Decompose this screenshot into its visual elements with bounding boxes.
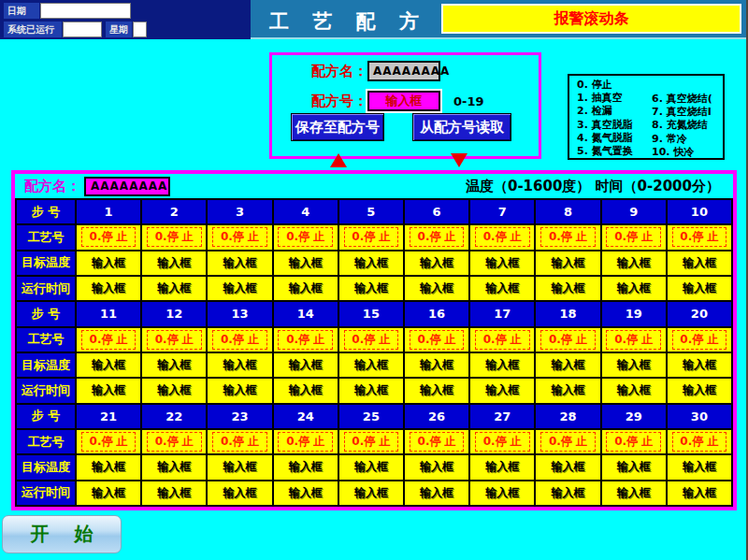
- target-temperature-input[interactable]: 输入框: [274, 455, 338, 479]
- process-code-input[interactable]: 0.停 止: [470, 430, 534, 453]
- process-code-input[interactable]: 0.停 止: [536, 328, 599, 352]
- process-code-input[interactable]: 0.停 止: [142, 225, 206, 249]
- table-recipe-name-input[interactable]: AAAAAAAA: [84, 177, 170, 196]
- target-temperature-input[interactable]: 输入框: [536, 251, 599, 275]
- process-code-input[interactable]: 0.停 止: [602, 328, 666, 352]
- target-temperature-input[interactable]: 输入框: [142, 251, 206, 275]
- run-time-input[interactable]: 输入框: [142, 379, 206, 402]
- process-code-input[interactable]: 0.停 止: [208, 225, 271, 249]
- run-time-input[interactable]: 输入框: [536, 481, 599, 505]
- run-time-input[interactable]: 输入框: [470, 277, 534, 300]
- target-temperature-input[interactable]: 输入框: [536, 353, 599, 377]
- run-time-input[interactable]: 输入框: [77, 379, 140, 402]
- target-temperature-input[interactable]: 输入框: [536, 455, 599, 479]
- run-time-input[interactable]: 输入框: [208, 481, 271, 505]
- process-code-input[interactable]: 0.停 止: [668, 328, 731, 352]
- run-time-input[interactable]: 输入框: [470, 481, 534, 505]
- run-time-input[interactable]: 输入框: [339, 481, 403, 505]
- run-time-input[interactable]: 输入框: [668, 481, 731, 505]
- run-time-input[interactable]: 输入框: [470, 379, 534, 402]
- run-time-input[interactable]: 输入框: [339, 277, 403, 300]
- process-code-input[interactable]: 0.停 止: [274, 430, 338, 453]
- process-code-input[interactable]: 0.停 止: [77, 430, 140, 453]
- process-code-input[interactable]: 0.停 止: [339, 328, 403, 352]
- load-from-recipe-button[interactable]: 从配方号读取: [412, 113, 511, 141]
- run-time-input[interactable]: 输入框: [405, 481, 468, 505]
- target-temperature-input[interactable]: 输入框: [77, 353, 140, 377]
- recipe-number-input[interactable]: 输入框: [367, 91, 440, 111]
- target-temperature-input[interactable]: 输入框: [208, 353, 271, 377]
- process-code-input[interactable]: 0.停 止: [405, 328, 468, 352]
- process-code-input[interactable]: 0.停 止: [339, 225, 403, 249]
- process-code-input[interactable]: 0.停 止: [602, 225, 666, 249]
- target-temperature-input[interactable]: 输入框: [602, 353, 666, 377]
- run-time-input[interactable]: 输入框: [274, 481, 338, 505]
- run-time-input[interactable]: 输入框: [405, 379, 468, 402]
- run-time-input[interactable]: 输入框: [536, 277, 599, 300]
- process-code-input[interactable]: 0.停 止: [470, 225, 534, 249]
- process-code-input[interactable]: 0.停 止: [208, 430, 271, 453]
- process-code-input[interactable]: 0.停 止: [274, 328, 338, 352]
- run-time-input[interactable]: 输入框: [274, 379, 338, 402]
- process-code-value: 0.停 止: [212, 227, 267, 247]
- target-temperature-input[interactable]: 输入框: [668, 251, 731, 275]
- target-temperature-input[interactable]: 输入框: [602, 455, 666, 479]
- run-time-input[interactable]: 输入框: [339, 379, 403, 402]
- target-temperature-input[interactable]: 输入框: [405, 455, 468, 479]
- target-temperature-input[interactable]: 输入框: [470, 353, 534, 377]
- run-time-input[interactable]: 输入框: [536, 379, 599, 402]
- process-code-input[interactable]: 0.停 止: [470, 328, 534, 352]
- target-temperature-input[interactable]: 输入框: [405, 353, 468, 377]
- process-code-input[interactable]: 0.停 止: [142, 328, 206, 352]
- target-temperature-input[interactable]: 输入框: [339, 455, 403, 479]
- run-time-input[interactable]: 输入框: [208, 277, 271, 300]
- process-code-input[interactable]: 0.停 止: [77, 328, 140, 352]
- run-time-input[interactable]: 输入框: [274, 277, 338, 300]
- target-temperature-input[interactable]: 输入框: [142, 455, 206, 479]
- target-temperature-input[interactable]: 输入框: [208, 455, 271, 479]
- target-temperature-input[interactable]: 输入框: [602, 251, 666, 275]
- process-code-value: 0.停 止: [540, 432, 596, 452]
- process-code-input[interactable]: 0.停 止: [405, 225, 468, 249]
- process-code-input[interactable]: 0.停 止: [339, 430, 403, 453]
- target-temperature-input[interactable]: 输入框: [77, 455, 140, 479]
- run-time-input[interactable]: 输入框: [405, 277, 468, 300]
- run-time-input[interactable]: 输入框: [668, 379, 731, 402]
- target-temperature-input[interactable]: 输入框: [339, 251, 403, 275]
- process-code-input[interactable]: 0.停 止: [602, 430, 666, 453]
- target-temperature-input[interactable]: 输入框: [470, 251, 534, 275]
- target-temperature-input[interactable]: 输入框: [142, 353, 206, 377]
- save-to-recipe-button[interactable]: 保存至配方号: [291, 113, 384, 141]
- run-time-input[interactable]: 输入框: [77, 277, 140, 300]
- run-time-input[interactable]: 输入框: [142, 277, 206, 300]
- process-code-input[interactable]: 0.停 止: [536, 430, 599, 453]
- run-time-input[interactable]: 输入框: [142, 481, 206, 505]
- process-code-input[interactable]: 0.停 止: [668, 225, 731, 249]
- recipe-name-input[interactable]: AAAAAAAA: [367, 61, 440, 81]
- date-value-field: [40, 3, 131, 19]
- target-temperature-input[interactable]: 输入框: [668, 455, 731, 479]
- process-code-input[interactable]: 0.停 止: [274, 225, 338, 249]
- start-button[interactable]: 开 始: [2, 515, 122, 553]
- process-code-input[interactable]: 0.停 止: [405, 430, 468, 453]
- target-temperature-input[interactable]: 输入框: [405, 251, 468, 275]
- target-temperature-input[interactable]: 输入框: [274, 353, 338, 377]
- process-code-input[interactable]: 0.停 止: [668, 430, 731, 453]
- target-temperature-input[interactable]: 输入框: [470, 455, 534, 479]
- run-time-input[interactable]: 输入框: [668, 277, 731, 300]
- target-temperature-input[interactable]: 输入框: [274, 251, 338, 275]
- run-time-input[interactable]: 输入框: [77, 481, 140, 505]
- target-temperature-input[interactable]: 输入框: [668, 353, 731, 377]
- run-time-input[interactable]: 输入框: [602, 277, 666, 300]
- run-time-input[interactable]: 输入框: [208, 379, 271, 402]
- target-temperature-input[interactable]: 输入框: [208, 251, 271, 275]
- run-time-input[interactable]: 输入框: [602, 379, 666, 402]
- process-code-input[interactable]: 0.停 止: [142, 430, 206, 453]
- process-code-input[interactable]: 0.停 止: [77, 225, 140, 249]
- target-temperature-input[interactable]: 输入框: [339, 353, 403, 377]
- process-code-value: 0.停 止: [278, 330, 333, 350]
- run-time-input[interactable]: 输入框: [602, 481, 666, 505]
- process-code-input[interactable]: 0.停 止: [536, 225, 599, 249]
- target-temperature-input[interactable]: 输入框: [77, 251, 140, 275]
- process-code-input[interactable]: 0.停 止: [208, 328, 271, 352]
